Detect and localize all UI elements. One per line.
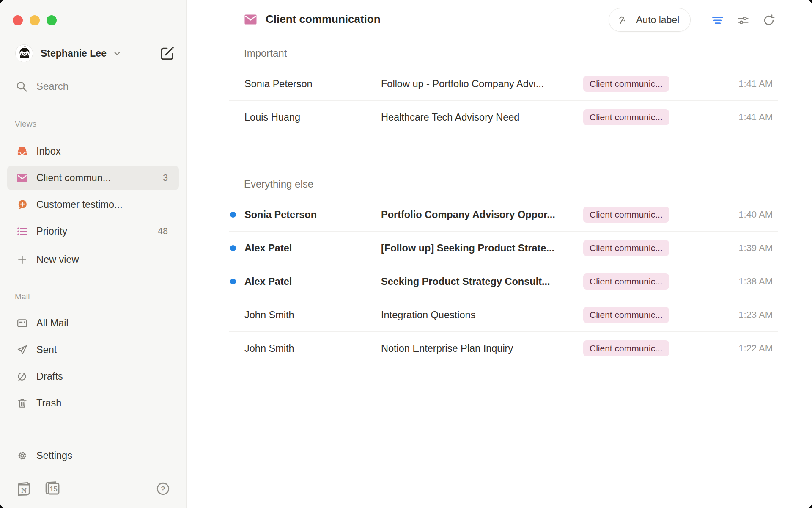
email-list: Important Sonia Peterson Follow up - Por… bbox=[229, 41, 778, 365]
unread-dot bbox=[230, 212, 236, 218]
search-placeholder: Search bbox=[36, 80, 69, 92]
email-section: Everything else Sonia Peterson Portfolio… bbox=[229, 171, 778, 365]
email-label-badge[interactable]: Client communic... bbox=[583, 207, 669, 222]
email-label-badge[interactable]: Client communic... bbox=[583, 240, 669, 256]
chat-plus-icon bbox=[16, 199, 28, 210]
email-row[interactable]: Sonia Peterson Follow up - Portfolio Com… bbox=[229, 67, 778, 101]
user-name: Stephanie Lee bbox=[41, 48, 107, 59]
email-row[interactable]: Louis Huang Healthcare Tech Advisory Nee… bbox=[229, 101, 778, 134]
email-label-badge[interactable]: Client communic... bbox=[583, 307, 669, 323]
sidebar-item-all-mail[interactable]: All Mail bbox=[7, 311, 179, 335]
inbox-icon bbox=[16, 146, 28, 157]
svg-text:15: 15 bbox=[50, 486, 58, 493]
mail-section-label: Mail bbox=[15, 292, 30, 301]
sidebar-item-customer-testimo[interactable]: Customer testimo... bbox=[7, 192, 179, 217]
section-title: Important bbox=[229, 41, 778, 67]
email-label-badge[interactable]: Client communic... bbox=[583, 76, 669, 91]
email-time: 1:41 AM bbox=[715, 78, 778, 89]
email-subject: Seeking Product Strategy Consult... bbox=[381, 276, 583, 287]
email-row[interactable]: John Smith Notion Enterprise Plan Inquir… bbox=[229, 332, 778, 365]
help-icon[interactable]: ? bbox=[155, 481, 171, 497]
send-icon bbox=[16, 344, 28, 356]
sidebar-item-drafts[interactable]: Drafts bbox=[7, 364, 179, 389]
email-subject: [Follow up] Seeking Product Strate... bbox=[381, 243, 583, 254]
close-button[interactable] bbox=[13, 15, 23, 25]
plus-icon bbox=[16, 254, 28, 265]
email-subject: Healthcare Tech Advisory Need bbox=[381, 112, 583, 123]
email-subject: Follow up - Portfolio Company Advi... bbox=[381, 78, 583, 90]
views-section-label: Views bbox=[15, 119, 36, 129]
email-time: 1:40 AM bbox=[715, 209, 778, 220]
section-title: Everything else bbox=[229, 171, 778, 198]
email-sender: John Smith bbox=[229, 309, 381, 321]
unread-count: 48 bbox=[158, 226, 168, 237]
sidebar-item-priority[interactable]: Priority 48 bbox=[7, 219, 179, 243]
email-sender: Sonia Peterson bbox=[229, 78, 381, 90]
compose-button[interactable] bbox=[158, 44, 176, 62]
sidebar-item-client-commun[interactable]: Client commun... 3 bbox=[7, 166, 179, 190]
email-time: 1:39 AM bbox=[715, 243, 778, 254]
email-label-badge[interactable]: Client communic... bbox=[583, 273, 669, 289]
calendar-icon[interactable]: 15 bbox=[44, 480, 61, 497]
notion-logo-icon[interactable]: N bbox=[15, 480, 32, 497]
refresh-icon[interactable] bbox=[760, 11, 778, 30]
app-window: Stephanie Lee Search Views bbox=[0, 0, 812, 508]
filter-icon[interactable] bbox=[708, 11, 727, 30]
mail-nav: All Mail Sent Drafts Trash bbox=[7, 311, 179, 417]
sidebar-item-inbox[interactable]: Inbox bbox=[7, 139, 179, 163]
email-time: 1:41 AM bbox=[715, 112, 778, 123]
page-title: Client communication bbox=[266, 13, 381, 26]
unread-count: 3 bbox=[163, 173, 168, 183]
sidebar-footer: N 15 ? bbox=[15, 480, 171, 497]
search-icon bbox=[15, 80, 28, 93]
email-time: 1:38 AM bbox=[715, 276, 778, 287]
unread-dot bbox=[230, 279, 236, 284]
email-sender: Alex Patel bbox=[229, 276, 381, 287]
email-label-badge[interactable]: Client communic... bbox=[583, 109, 669, 125]
sidebar-item-settings[interactable]: Settings bbox=[7, 443, 179, 468]
email-sender: Alex Patel bbox=[229, 243, 381, 254]
email-sender: Sonia Peterson bbox=[229, 209, 381, 221]
auto-label-wand-icon bbox=[617, 14, 630, 26]
main-content: Client communication Auto label bbox=[187, 0, 812, 508]
gear-icon bbox=[16, 450, 28, 461]
envelope-icon bbox=[16, 172, 28, 184]
email-time: 1:22 AM bbox=[715, 343, 778, 354]
email-row[interactable]: John Smith Integration Questions Client … bbox=[229, 298, 778, 332]
email-row[interactable]: Alex Patel Seeking Product Strategy Cons… bbox=[229, 265, 778, 298]
drafts-icon bbox=[16, 371, 28, 382]
avatar bbox=[15, 44, 33, 62]
sidebar: Stephanie Lee Search Views bbox=[0, 0, 187, 508]
unread-dot bbox=[230, 245, 236, 251]
email-row[interactable]: Sonia Peterson Portfolio Company Advisor… bbox=[229, 198, 778, 232]
email-section: Important Sonia Peterson Follow up - Por… bbox=[229, 41, 778, 134]
email-subject: Integration Questions bbox=[381, 309, 583, 321]
minimize-button[interactable] bbox=[30, 15, 40, 25]
sidebar-item-trash[interactable]: Trash bbox=[7, 391, 179, 415]
svg-text:?: ? bbox=[161, 485, 165, 493]
view-header: Client communication Auto label bbox=[187, 0, 812, 41]
envelope-icon bbox=[244, 14, 257, 25]
email-time: 1:23 AM bbox=[715, 309, 778, 320]
email-sender: John Smith bbox=[229, 343, 381, 354]
chevron-down-icon bbox=[112, 48, 123, 59]
all-mail-icon bbox=[16, 318, 28, 329]
zoom-button[interactable] bbox=[47, 15, 57, 25]
search-input[interactable]: Search bbox=[15, 77, 171, 96]
sliders-icon[interactable] bbox=[734, 11, 752, 30]
email-subject: Notion Enterprise Plan Inquiry bbox=[381, 343, 583, 354]
trash-icon bbox=[16, 398, 28, 409]
email-sender: Louis Huang bbox=[229, 112, 381, 123]
svg-text:N: N bbox=[21, 486, 27, 494]
auto-label-text: Auto label bbox=[636, 14, 679, 26]
email-label-badge[interactable]: Client communic... bbox=[583, 340, 669, 356]
sidebar-item-new-view[interactable]: New view bbox=[7, 247, 179, 272]
account-switcher[interactable]: Stephanie Lee bbox=[15, 44, 176, 63]
auto-label-button[interactable]: Auto label bbox=[609, 8, 691, 32]
email-subject: Portfolio Company Advisory Oppor... bbox=[381, 209, 583, 221]
email-row[interactable]: Alex Patel [Follow up] Seeking Product S… bbox=[229, 232, 778, 265]
sidebar-item-sent[interactable]: Sent bbox=[7, 337, 179, 362]
settings-label: Settings bbox=[36, 450, 72, 461]
bulleted-list-icon bbox=[16, 226, 28, 237]
window-controls bbox=[13, 15, 57, 25]
